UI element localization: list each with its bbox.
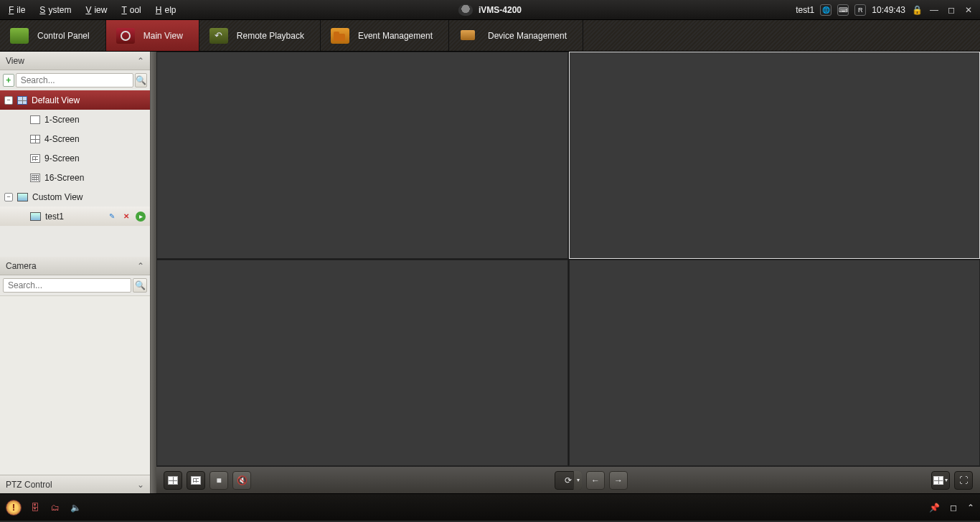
motion-log-icon[interactable]: 🗄 bbox=[29, 501, 42, 514]
folder-icon bbox=[331, 28, 349, 44]
video-area: ■ 🔇 ⟳▾ ← → ▾ ⛶ bbox=[156, 52, 980, 493]
dropdown-icon[interactable]: ▾ bbox=[573, 471, 582, 490]
screen4-icon bbox=[30, 135, 40, 143]
playback-icon bbox=[209, 28, 228, 44]
screen16-icon bbox=[30, 174, 40, 182]
video-cell-2[interactable] bbox=[569, 52, 981, 259]
tree-4-screen[interactable]: 4-Screen bbox=[0, 129, 150, 148]
edit-icon[interactable]: ✎ bbox=[107, 212, 117, 222]
tree-label: 9-Screen bbox=[44, 153, 80, 163]
tab-label: Device Management bbox=[488, 31, 567, 41]
view-panel-title: View bbox=[6, 56, 24, 66]
video-cell-1[interactable] bbox=[156, 52, 568, 259]
tab-label: Remote Playback bbox=[237, 31, 304, 41]
collapse-icon[interactable]: ⌃ bbox=[137, 56, 144, 66]
menu-tool[interactable]: Tool bbox=[118, 4, 146, 16]
menu-bar: File System View Tool Help bbox=[6, 4, 182, 16]
layout-icon bbox=[168, 476, 178, 485]
grid-icon bbox=[933, 476, 943, 485]
globe-icon[interactable]: 🌐 bbox=[820, 4, 831, 16]
event-log-icon[interactable]: 🗂 bbox=[49, 501, 62, 514]
view-group-icon bbox=[17, 96, 27, 105]
play-icon[interactable]: ▸ bbox=[136, 212, 146, 222]
expand-up-icon[interactable]: ⌃ bbox=[967, 503, 974, 513]
ptz-panel-header[interactable]: PTZ Control ⌄ bbox=[0, 475, 150, 493]
menu-file[interactable]: File bbox=[6, 4, 31, 16]
title-right: test1 🌐 ⌨ R 10:49:43 🔒 — ◻ ✕ bbox=[796, 4, 974, 16]
mute-button[interactable]: 🔇 bbox=[232, 471, 251, 490]
expand-icon[interactable]: ⌄ bbox=[137, 480, 144, 490]
pin-icon[interactable]: 📌 bbox=[929, 503, 940, 513]
grid-icon bbox=[10, 28, 29, 44]
layout-2-button[interactable] bbox=[187, 471, 205, 490]
alarm-icon[interactable]: ! bbox=[6, 500, 22, 516]
ram-icon[interactable]: R bbox=[854, 4, 866, 16]
restore-icon[interactable]: ◻ bbox=[950, 503, 957, 513]
screen1-icon bbox=[30, 115, 40, 124]
video-cell-3[interactable] bbox=[156, 260, 568, 467]
tab-event-management[interactable]: Event Management bbox=[321, 20, 449, 51]
layout-1-button[interactable] bbox=[164, 471, 182, 490]
tab-main-view[interactable]: Main View bbox=[106, 20, 199, 51]
maximize-button[interactable]: ◻ bbox=[946, 5, 957, 15]
title-bar: File System View Tool Help iVMS-4200 tes… bbox=[0, 0, 980, 20]
delete-icon[interactable]: ✕ bbox=[121, 212, 131, 222]
tree-1-screen[interactable]: 1-Screen bbox=[0, 110, 150, 129]
collapse-icon[interactable]: ⌃ bbox=[137, 261, 144, 271]
camera-search-input[interactable] bbox=[3, 278, 131, 293]
device-icon bbox=[459, 28, 479, 44]
main-tabs: Control Panel Main View Remote Playback … bbox=[0, 20, 980, 52]
tab-control-panel[interactable]: Control Panel bbox=[0, 20, 106, 51]
search-button[interactable]: 🔍 bbox=[133, 278, 147, 293]
view-tree: − Default View 1-Screen 4-Screen 9-Scree… bbox=[0, 90, 150, 257]
minimize-button[interactable]: — bbox=[928, 5, 940, 15]
keyboard-icon[interactable]: ⌨ bbox=[837, 4, 849, 16]
camera-icon bbox=[116, 28, 135, 44]
video-cell-4[interactable] bbox=[569, 260, 981, 467]
audio-off-icon[interactable]: 🔈 bbox=[69, 501, 82, 514]
menu-system[interactable]: System bbox=[37, 4, 77, 16]
tree-custom-item[interactable]: test1 ✎ ✕ ▸ bbox=[0, 207, 150, 226]
status-bar: ! 🗄 🗂 🔈 📌 ◻ ⌃ bbox=[0, 493, 980, 521]
collapse-toggle[interactable]: − bbox=[4, 193, 13, 201]
camera-panel-title: Camera bbox=[6, 261, 37, 271]
view-search-input[interactable] bbox=[16, 73, 133, 87]
content: View ⌃ + 🔍 − Default View 1-Screen 4-Scr… bbox=[0, 52, 980, 493]
custom-view-icon bbox=[17, 193, 28, 201]
camera-icon bbox=[458, 4, 473, 16]
ptz-panel-title: PTZ Control bbox=[6, 480, 52, 490]
chevron-down-icon: ▾ bbox=[945, 477, 948, 483]
close-button[interactable]: ✕ bbox=[963, 5, 974, 15]
app-title-text: iVMS-4200 bbox=[479, 5, 522, 15]
sidebar-resize-handle[interactable] bbox=[151, 52, 156, 493]
grid-mode-button[interactable]: ▾ bbox=[931, 471, 950, 490]
fullscreen-button[interactable]: ⛶ bbox=[954, 471, 973, 490]
tab-remote-playback[interactable]: Remote Playback bbox=[199, 20, 321, 51]
sidebar: View ⌃ + 🔍 − Default View 1-Screen 4-Scr… bbox=[0, 52, 151, 493]
user-label: test1 bbox=[796, 5, 814, 15]
tree-16-screen[interactable]: 16-Screen bbox=[0, 168, 150, 187]
tab-label: Control Panel bbox=[37, 31, 90, 41]
menu-help[interactable]: Help bbox=[153, 4, 182, 16]
tree-label: 4-Screen bbox=[44, 134, 80, 144]
lock-icon[interactable]: 🔒 bbox=[911, 5, 923, 15]
tree-custom-view[interactable]: − Custom View bbox=[0, 187, 150, 207]
menu-view[interactable]: View bbox=[83, 4, 113, 16]
tree-label: Default View bbox=[32, 95, 80, 105]
camera-panel-header[interactable]: Camera ⌃ bbox=[0, 257, 150, 275]
tree-9-screen[interactable]: 9-Screen bbox=[0, 148, 150, 168]
tab-device-management[interactable]: Device Management bbox=[449, 20, 583, 51]
add-view-button[interactable]: + bbox=[3, 74, 14, 87]
item-ops: ✎ ✕ ▸ bbox=[107, 212, 146, 222]
collapse-toggle[interactable]: − bbox=[4, 96, 13, 105]
tab-label: Main View bbox=[143, 31, 183, 41]
tree-default-view[interactable]: − Default View bbox=[0, 90, 150, 110]
next-button[interactable]: → bbox=[609, 471, 628, 490]
stop-button[interactable]: ■ bbox=[209, 471, 228, 490]
layout-icon bbox=[191, 476, 201, 485]
search-button[interactable]: 🔍 bbox=[135, 73, 147, 87]
app-title: iVMS-4200 bbox=[458, 4, 522, 16]
prev-button[interactable]: ← bbox=[586, 471, 605, 490]
view-panel-header[interactable]: View ⌃ bbox=[0, 52, 150, 70]
cycle-button[interactable]: ⟳▾ bbox=[555, 471, 582, 490]
